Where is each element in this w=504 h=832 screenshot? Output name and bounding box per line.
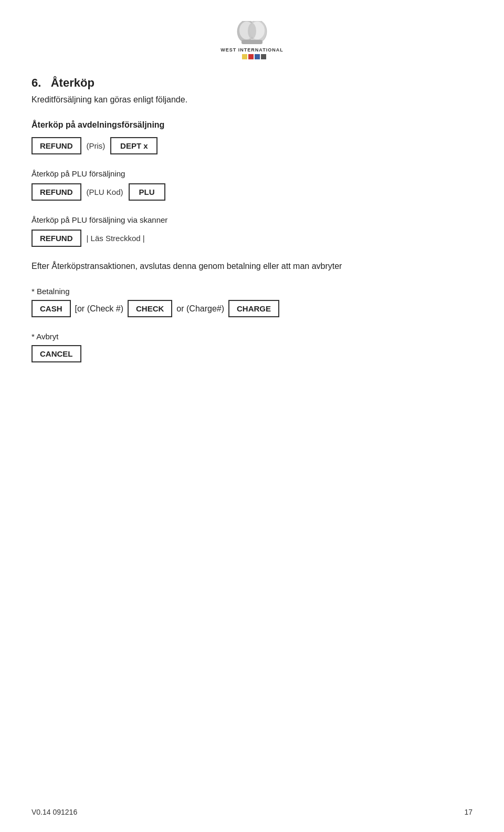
subsection3-label: Återköp på PLU försäljning via skanner — [32, 215, 472, 224]
after-text-block: Efter Återköpstransaktionen, avslutas de… — [32, 262, 472, 271]
company-logo: WEST INTERNATIONAL — [218, 21, 286, 60]
plu-kod-label: (PLU Kod) — [87, 188, 123, 196]
dept-refund-row: REFUND (Pris) DEPT x — [32, 137, 472, 154]
section-heading-block: 6. Återköp Kreditförsäljning kan göras e… — [32, 76, 472, 105]
page-container: WEST INTERNATIONAL 6. Återköp Kreditförs… — [0, 0, 504, 832]
cancel-row: CANCEL — [32, 345, 472, 362]
or-check-label: [or (Check #) — [75, 304, 123, 314]
refund-btn-3: REFUND — [32, 230, 81, 247]
svg-rect-10 — [261, 54, 266, 59]
refund-btn-1: REFUND — [32, 137, 81, 154]
avbryt-block: * Avbryt CANCEL — [32, 332, 472, 362]
svg-point-4 — [248, 23, 256, 39]
svg-text:WEST INTERNATIONAL: WEST INTERNATIONAL — [220, 47, 283, 53]
svg-rect-9 — [255, 54, 260, 59]
dept-x-btn: DEPT x — [110, 137, 158, 154]
charge-btn: CHARGE — [228, 300, 279, 317]
section-title: 6. Återköp — [32, 76, 472, 90]
refund-btn-2: REFUND — [32, 183, 81, 201]
scanner-refund-block: Återköp på PLU försäljning via skanner R… — [32, 215, 472, 247]
subsection1-title: Återköp på avdelningsförsäljning — [32, 120, 472, 130]
star-betalning-label: * Betalning — [32, 287, 472, 296]
section-number: 6. — [32, 76, 41, 89]
payment-row: CASH [or (Check #) CHECK or (Charge#) CH… — [32, 300, 472, 317]
subsection2-label: Återköp på PLU försäljning — [32, 169, 472, 178]
logo-area: WEST INTERNATIONAL — [32, 21, 472, 60]
check-btn: CHECK — [128, 300, 172, 317]
section-subtitle: Kreditförsäljning kan göras enligt följa… — [32, 95, 472, 105]
pris-label: (Pris) — [87, 141, 106, 150]
footer-page-number: 17 — [464, 808, 472, 816]
or-charge-label: or (Charge#) — [176, 304, 224, 314]
plu-refund-row: REFUND (PLU Kod) PLU — [32, 183, 472, 201]
page-footer: V0.14 091216 17 — [32, 808, 472, 816]
star-avbryt-label: * Avbryt — [32, 332, 472, 341]
cancel-btn: CANCEL — [32, 345, 81, 362]
svg-rect-7 — [242, 54, 247, 59]
betalning-block: * Betalning CASH [or (Check #) CHECK or … — [32, 287, 472, 317]
section-title-text: Återköp — [51, 76, 94, 89]
after-text: Efter Återköpstransaktionen, avslutas de… — [32, 262, 472, 271]
footer-version: V0.14 091216 — [32, 808, 77, 816]
plu-btn: PLU — [129, 183, 165, 201]
las-streckkod-label: | Läs Streckkod | — [87, 234, 145, 243]
scanner-refund-row: REFUND | Läs Streckkod | — [32, 230, 472, 247]
dept-refund-block: Återköp på avdelningsförsäljning REFUND … — [32, 120, 472, 154]
logo-container: WEST INTERNATIONAL — [218, 21, 286, 60]
cash-btn: CASH — [32, 300, 71, 317]
plu-refund-block: Återköp på PLU försäljning REFUND (PLU K… — [32, 169, 472, 201]
svg-rect-5 — [242, 40, 262, 44]
svg-rect-8 — [248, 54, 254, 59]
